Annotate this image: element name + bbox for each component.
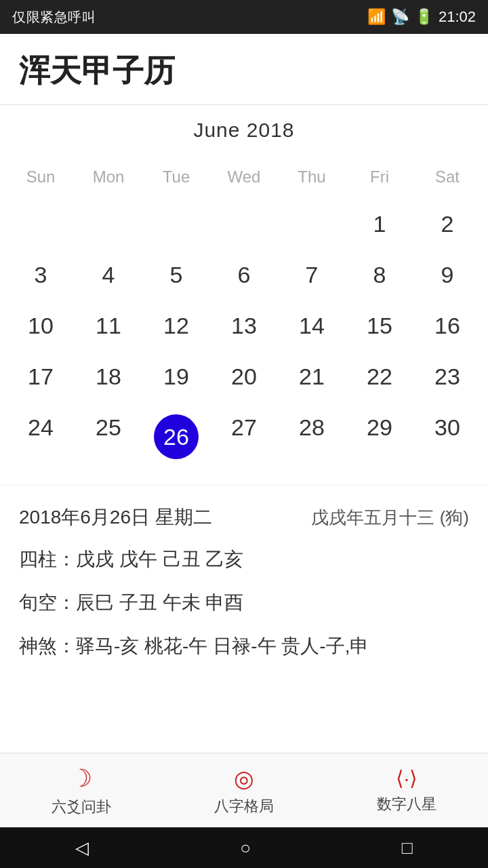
detail-section: 2018年6月26日 星期二 戊戌年五月十三 (狗) 四柱：戊戌 戊午 己丑 乙… xyxy=(0,485,488,689)
day-cell-22[interactable]: 22 xyxy=(346,351,413,402)
day-cell-13[interactable]: 13 xyxy=(210,300,278,351)
day-cell-8[interactable]: 8 xyxy=(346,250,413,300)
selected-day-circle: 26 xyxy=(154,414,199,459)
nav-label-shuzi: 数字八星 xyxy=(377,794,436,814)
app-header: 浑天甲子历 xyxy=(0,34,488,105)
calendar: June 2018 Sun Mon Tue Wed Thu Fri Sat 1 … xyxy=(0,105,488,478)
detail-xunkong: 旬空：辰巳 子丑 午未 申酉 xyxy=(19,589,469,617)
battery-icon: 🔋 xyxy=(415,8,433,26)
android-nav-bar: ◁ ○ □ xyxy=(0,827,488,868)
moon-icon: ☽ xyxy=(70,764,92,793)
day-cell-28[interactable]: 28 xyxy=(278,402,346,471)
day-cell-empty xyxy=(210,199,278,250)
day-cell-5[interactable]: 5 xyxy=(142,250,210,300)
day-cell-9[interactable]: 9 xyxy=(413,250,481,300)
month-title: June 2018 xyxy=(7,119,481,142)
code-icon: ⟨·⟩ xyxy=(396,766,418,790)
day-cell-empty xyxy=(75,199,142,250)
nav-item-bazi[interactable]: ◎ 八字格局 xyxy=(163,765,325,816)
bottom-nav: ☽ 六爻问卦 ◎ 八字格局 ⟨·⟩ 数字八星 xyxy=(0,753,488,827)
day-cell-4[interactable]: 4 xyxy=(75,250,142,300)
day-cell-empty xyxy=(278,199,346,250)
nav-item-shuzi[interactable]: ⟨·⟩ 数字八星 xyxy=(325,766,488,814)
wifi-icon: 📶 xyxy=(367,8,386,26)
day-cell-empty xyxy=(142,199,210,250)
day-cell-2[interactable]: 2 xyxy=(413,199,481,250)
day-header-thu: Thu xyxy=(278,161,346,199)
day-header-tue: Tue xyxy=(142,161,210,199)
day-cell-21[interactable]: 21 xyxy=(278,351,346,402)
calendar-grid: Sun Mon Tue Wed Thu Fri Sat 1 2 3 4 5 6 … xyxy=(7,161,481,471)
nav-label-liuyao: 六爻问卦 xyxy=(52,797,111,817)
nav-label-bazi: 八字格局 xyxy=(214,796,274,816)
status-emergency-text: 仅限紧急呼叫 xyxy=(12,8,96,26)
day-cell-3[interactable]: 3 xyxy=(7,250,75,300)
day-cell-25[interactable]: 25 xyxy=(75,402,142,471)
status-bar: 仅限紧急呼叫 📶 📡 🔋 21:02 xyxy=(0,0,488,34)
day-cell-14[interactable]: 14 xyxy=(278,300,346,351)
day-cell-29[interactable]: 29 xyxy=(346,402,413,471)
day-cell-18[interactable]: 18 xyxy=(75,351,142,402)
day-cell-15[interactable]: 15 xyxy=(346,300,413,351)
day-cell-6[interactable]: 6 xyxy=(210,250,278,300)
lunar-date: 戊戌年五月十三 (狗) xyxy=(311,506,469,530)
clock: 21:02 xyxy=(439,8,476,26)
day-cell-12[interactable]: 12 xyxy=(142,300,210,351)
app-title: 浑天甲子历 xyxy=(19,50,469,92)
day-cell-19[interactable]: 19 xyxy=(142,351,210,402)
day-cell-24[interactable]: 24 xyxy=(7,402,75,471)
day-header-sun: Sun xyxy=(7,161,75,199)
detail-sizhu: 四柱：戊戌 戊午 己丑 乙亥 xyxy=(19,545,469,574)
day-header-wed: Wed xyxy=(210,161,278,199)
day-cell-7[interactable]: 7 xyxy=(278,250,346,300)
day-header-sat: Sat xyxy=(413,161,481,199)
back-button[interactable]: ◁ xyxy=(75,837,89,859)
detail-header-row: 2018年6月26日 星期二 戊戌年五月十三 (狗) xyxy=(19,505,469,530)
day-cell-30[interactable]: 30 xyxy=(413,402,481,471)
day-cell-16[interactable]: 16 xyxy=(413,300,481,351)
day-header-fri: Fri xyxy=(346,161,413,199)
day-cell-11[interactable]: 11 xyxy=(75,300,142,351)
day-cell-27[interactable]: 27 xyxy=(210,402,278,471)
day-cell-26[interactable]: 26 xyxy=(142,402,210,471)
fingerprint-icon: ◎ xyxy=(234,765,254,792)
day-cell-20[interactable]: 20 xyxy=(210,351,278,402)
detail-shenshas: 神煞：驿马-亥 桃花-午 日禄-午 贵人-子,申 xyxy=(19,632,469,660)
day-cell-empty xyxy=(7,199,75,250)
recents-button[interactable]: □ xyxy=(402,837,413,859)
signal-icon: 📡 xyxy=(391,8,409,26)
home-button[interactable]: ○ xyxy=(240,837,251,859)
day-header-mon: Mon xyxy=(75,161,142,199)
day-cell-17[interactable]: 17 xyxy=(7,351,75,402)
day-cell-23[interactable]: 23 xyxy=(413,351,481,402)
nav-item-liuyao[interactable]: ☽ 六爻问卦 xyxy=(0,764,163,817)
date-chinese: 2018年6月26日 星期二 xyxy=(19,505,212,530)
day-cell-10[interactable]: 10 xyxy=(7,300,75,351)
day-cell-1[interactable]: 1 xyxy=(346,199,413,250)
